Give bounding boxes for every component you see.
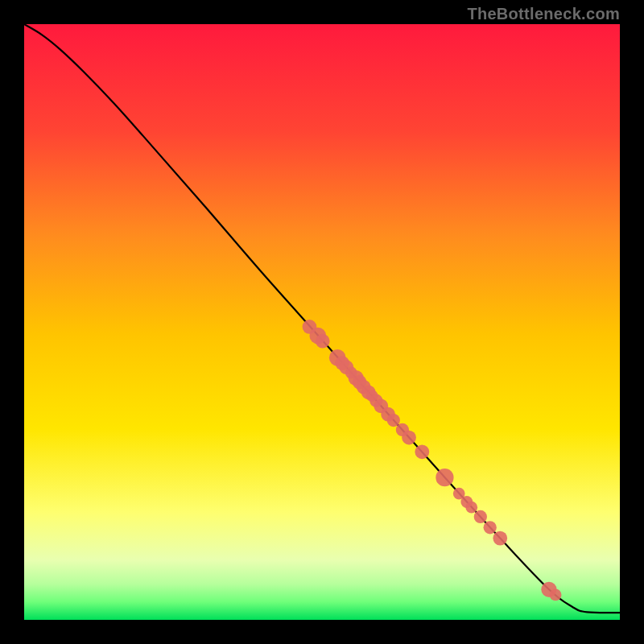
data-point (474, 510, 487, 523)
data-point (415, 444, 429, 459)
chart-plot-area (24, 24, 620, 620)
data-point (436, 469, 453, 486)
data-point (493, 531, 507, 546)
data-point (387, 414, 400, 427)
data-point (316, 334, 330, 349)
chart-svg (24, 24, 620, 620)
watermark-text: TheBottleneck.com (467, 5, 620, 23)
data-point (550, 589, 562, 601)
chart-background (24, 24, 620, 620)
data-point (484, 521, 497, 534)
data-point (465, 502, 477, 514)
data-point (402, 431, 416, 445)
